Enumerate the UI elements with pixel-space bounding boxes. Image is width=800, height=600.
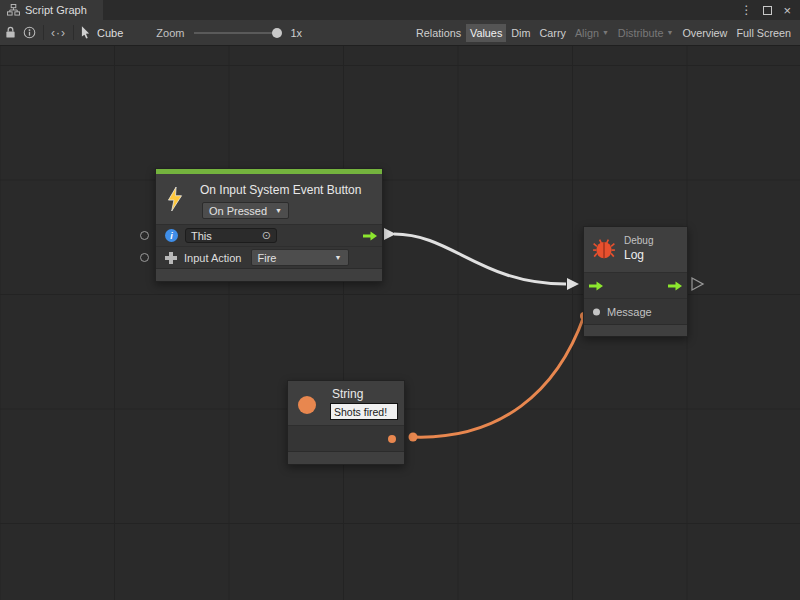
tab-title: Script Graph: [25, 4, 87, 16]
this-input-port[interactable]: [140, 231, 149, 240]
graph-canvas[interactable]: On Input System Event Button On Pressed …: [0, 46, 800, 600]
graph-toolbar: ‹·› Cube Zoom 1x Relations Values Dim Ca…: [0, 20, 800, 46]
flow-output-continue-port[interactable]: [692, 278, 703, 290]
bug-icon: [592, 237, 616, 261]
zoom-label: Zoom: [156, 27, 184, 39]
flow-wire-start-arrow[interactable]: [384, 228, 396, 240]
string-value-input[interactable]: [330, 403, 398, 420]
lock-icon[interactable]: [5, 26, 16, 39]
chevron-down-icon: ▼: [335, 254, 342, 261]
maximize-icon[interactable]: [763, 6, 772, 15]
value-connection-wire[interactable]: [413, 316, 584, 437]
toolbar-separator: [73, 25, 74, 40]
values-button[interactable]: Values: [466, 24, 506, 42]
this-object-field[interactable]: This ⊙: [185, 228, 277, 243]
chevron-down-icon: ▼: [602, 29, 609, 36]
zoom-slider-handle[interactable]: [272, 28, 282, 38]
graph-icon: [7, 4, 20, 16]
distribute-dropdown[interactable]: Distribute▼: [614, 24, 678, 42]
value-wire-start-dot[interactable]: [409, 433, 418, 442]
info-icon[interactable]: [23, 26, 36, 39]
node-title: Log: [624, 248, 644, 262]
chevron-down-icon: ▼: [666, 29, 673, 36]
input-action-icon: [165, 252, 177, 264]
node-on-input-system-event-button[interactable]: On Input System Event Button On Pressed …: [155, 168, 383, 282]
node-footer: [156, 268, 382, 281]
zoom-slider[interactable]: [194, 32, 280, 34]
fullscreen-button[interactable]: Full Screen: [732, 24, 795, 42]
pointer-icon: [81, 26, 90, 39]
input-action-dropdown[interactable]: Fire ▼: [251, 249, 349, 266]
lightning-icon: [166, 187, 184, 211]
overview-button[interactable]: Overview: [678, 24, 731, 42]
window-menu-icon[interactable]: ⋮: [740, 4, 752, 16]
node-debug-log[interactable]: Debug Log Message: [583, 226, 688, 337]
zoom-value: 1x: [290, 27, 302, 39]
node-category: Debug: [624, 235, 653, 246]
flow-input-port[interactable]: [589, 281, 603, 291]
graph-target-label[interactable]: Cube: [97, 27, 123, 39]
input-action-input-port[interactable]: [140, 253, 149, 262]
output-row: [288, 425, 404, 451]
event-node-title: On Input System Event Button: [200, 183, 361, 197]
titlebar: Script Graph ⋮ ×: [0, 0, 800, 20]
object-picker-icon[interactable]: ⊙: [262, 229, 271, 242]
flow-output-port[interactable]: [668, 281, 682, 291]
string-type-icon: [298, 396, 316, 414]
info-icon: i: [165, 229, 178, 242]
relations-button[interactable]: Relations: [412, 24, 465, 42]
toolbar-separator: [43, 25, 44, 40]
input-action-row: Input Action Fire ▼: [156, 246, 382, 268]
node-string-literal[interactable]: String: [287, 380, 405, 465]
chevron-down-icon: ▼: [275, 207, 282, 214]
this-row: i This ⊙: [156, 224, 382, 246]
flow-output-port[interactable]: [363, 231, 377, 241]
message-label: Message: [607, 306, 652, 318]
unity-editor-window: Script Graph ⋮ × ‹·›: [0, 0, 800, 600]
flow-row: [584, 272, 687, 298]
dim-button[interactable]: Dim: [507, 24, 534, 42]
carry-button[interactable]: Carry: [535, 24, 569, 42]
tab-script-graph[interactable]: Script Graph: [0, 0, 103, 20]
input-action-label: Input Action: [184, 252, 242, 264]
node-footer: [584, 324, 687, 336]
string-output-port[interactable]: [388, 435, 396, 443]
node-footer: [288, 451, 404, 464]
edit-graph-icon[interactable]: ‹·›: [51, 26, 66, 40]
message-input-port[interactable]: [593, 308, 600, 315]
flow-wire-end-arrow[interactable]: [567, 278, 579, 290]
close-icon[interactable]: ×: [783, 4, 791, 17]
flow-connection-wire[interactable]: [394, 234, 566, 284]
align-dropdown[interactable]: Align▼: [571, 24, 613, 42]
message-row: Message: [584, 298, 687, 324]
event-mode-dropdown[interactable]: On Pressed ▼: [202, 202, 289, 219]
node-title: String: [332, 387, 363, 401]
